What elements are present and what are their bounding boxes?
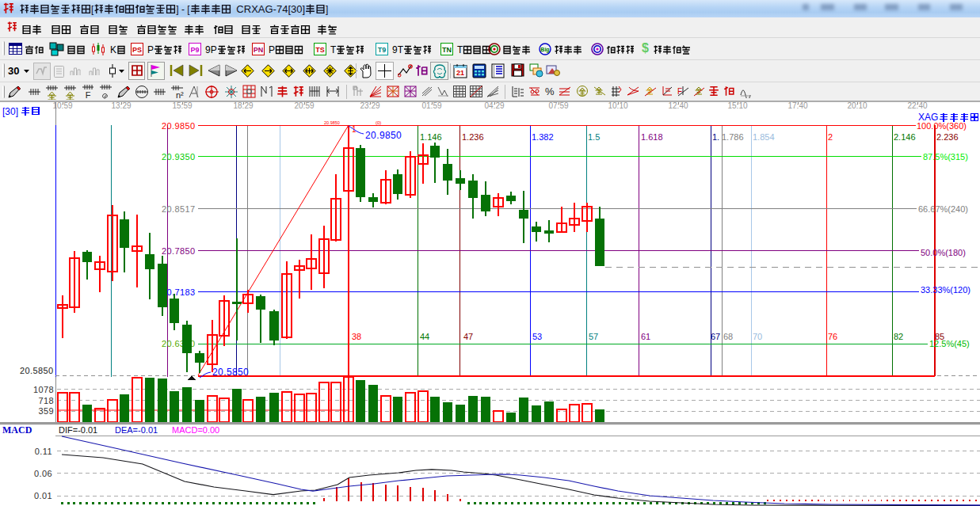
svg-text:T9: T9 xyxy=(378,46,387,54)
svg-text:1.854: 1.854 xyxy=(753,132,775,142)
svg-text:n²: n² xyxy=(176,90,184,99)
svg-text:718: 718 xyxy=(38,396,54,405)
svg-text:20.7850: 20.7850 xyxy=(162,246,196,256)
svg-text:Big: Big xyxy=(540,47,549,53)
svg-text:66.67%(240): 66.67%(240) xyxy=(918,204,968,214)
svg-text:20.9350: 20.9350 xyxy=(162,152,196,162)
svg-text:85: 85 xyxy=(935,332,944,341)
svg-text:76: 76 xyxy=(828,332,837,341)
svg-text:1.: 1. xyxy=(712,132,719,142)
svg-text:53: 53 xyxy=(532,332,542,341)
svg-text:21: 21 xyxy=(456,69,464,77)
svg-text:TS: TS xyxy=(315,46,325,54)
svg-text:1078: 1078 xyxy=(33,385,54,394)
svg-text:(0): (0) xyxy=(376,120,381,125)
svg-text:359: 359 xyxy=(38,406,54,416)
svg-text:50.0%(180): 50.0%(180) xyxy=(921,248,966,257)
svg-text:DEA=-0.01: DEA=-0.01 xyxy=(115,425,158,435)
svg-text:67: 67 xyxy=(711,332,720,341)
svg-text:20.9850: 20.9850 xyxy=(365,130,402,141)
svg-text:38: 38 xyxy=(352,332,361,341)
svg-text:PN: PN xyxy=(254,46,264,54)
svg-text:1.5: 1.5 xyxy=(588,132,600,142)
svg-text:20.9850: 20.9850 xyxy=(324,120,340,125)
svg-text:44: 44 xyxy=(420,332,429,341)
svg-text:P9: P9 xyxy=(190,46,199,54)
svg-text:2: 2 xyxy=(828,132,833,142)
svg-text:0.01: 0.01 xyxy=(34,491,52,500)
svg-text:DIF=-0.01: DIF=-0.01 xyxy=(59,425,97,435)
svg-text:2.236: 2.236 xyxy=(936,132,959,142)
svg-text:47: 47 xyxy=(463,332,473,341)
svg-text:1.236: 1.236 xyxy=(462,132,484,142)
svg-text:82: 82 xyxy=(894,332,903,341)
svg-text:57: 57 xyxy=(589,332,598,341)
svg-text:0.11: 0.11 xyxy=(35,447,52,456)
svg-text:MACD=0.00: MACD=0.00 xyxy=(172,425,219,435)
svg-text:68: 68 xyxy=(723,332,733,341)
svg-text:61: 61 xyxy=(641,332,650,341)
svg-text:2.146: 2.146 xyxy=(894,132,916,142)
svg-text:1.786: 1.786 xyxy=(722,132,744,142)
svg-text:70: 70 xyxy=(753,332,762,341)
svg-text:TN: TN xyxy=(442,46,452,54)
svg-text:1.618: 1.618 xyxy=(641,132,663,142)
svg-text:[30]: [30] xyxy=(2,106,18,117)
svg-text:87.5%(315): 87.5%(315) xyxy=(923,152,968,162)
svg-text:1.146: 1.146 xyxy=(420,132,442,142)
svg-text:0.06: 0.06 xyxy=(34,469,52,478)
svg-text:20.8517: 20.8517 xyxy=(162,204,196,214)
svg-text:20.5850: 20.5850 xyxy=(20,366,54,375)
svg-text:PS: PS xyxy=(132,46,142,54)
svg-text:MACD: MACD xyxy=(2,424,32,436)
svg-text:20.9850: 20.9850 xyxy=(162,121,196,131)
svg-text:33.33%(120): 33.33%(120) xyxy=(921,285,970,295)
svg-text:1.382: 1.382 xyxy=(532,132,554,142)
svg-text:20.5850: 20.5850 xyxy=(212,367,249,378)
svg-text:F: F xyxy=(86,90,91,100)
svg-text:100.0%(360): 100.0%(360) xyxy=(917,121,967,131)
